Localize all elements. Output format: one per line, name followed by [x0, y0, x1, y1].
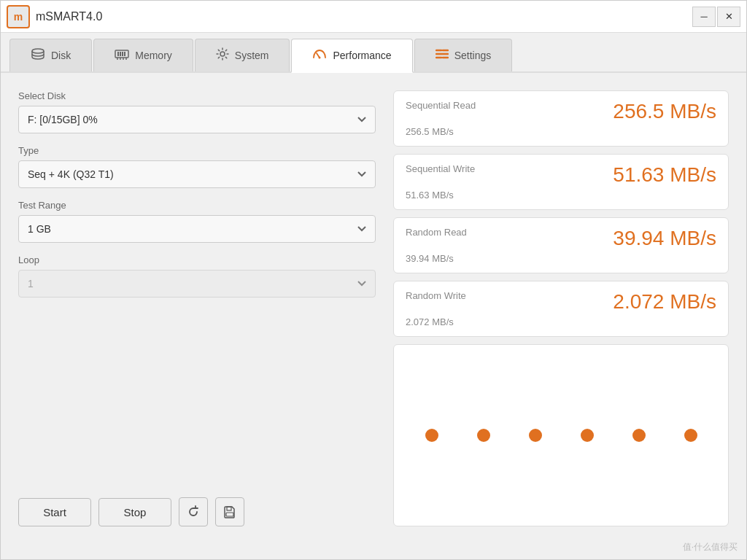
- buttons-row: Start Stop: [18, 491, 376, 526]
- random-write-label: Random Write: [406, 290, 466, 301]
- random-read-label: Random Read: [406, 227, 467, 238]
- sequential-read-value-small: 256.5 MB/s: [406, 126, 716, 137]
- sequential-read-label: Sequential Read: [406, 100, 476, 111]
- loop-dropdown[interactable]: 1: [18, 270, 376, 298]
- watermark: 值·什么值得买: [1, 538, 746, 559]
- tab-settings-label: Settings: [454, 50, 492, 61]
- settings-icon: [436, 47, 449, 63]
- svg-point-11: [319, 57, 321, 59]
- progress-dots-card: [393, 344, 729, 526]
- titlebar-left: m mSMART4.0: [7, 5, 102, 28]
- refresh-button[interactable]: [179, 497, 208, 526]
- tab-settings[interactable]: Settings: [414, 39, 513, 71]
- metric-random-write: Random Write 2.072 MB/s 2.072 MB/s: [393, 281, 729, 337]
- app-logo: m: [7, 5, 30, 28]
- tab-memory-label: Memory: [135, 50, 172, 61]
- start-button[interactable]: Start: [18, 498, 91, 526]
- svg-point-10: [220, 52, 225, 56]
- svg-rect-2: [117, 52, 119, 56]
- dot-5: [632, 429, 646, 442]
- tab-disk-label: Disk: [51, 50, 71, 61]
- metric-sequential-read: Sequential Read 256.5 MB/s 256.5 MB/s: [393, 90, 729, 147]
- tab-system[interactable]: System: [195, 39, 290, 71]
- dot-1: [425, 429, 438, 442]
- dot-3: [529, 429, 542, 442]
- metric-sequential-read-header: Sequential Read 256.5 MB/s: [406, 100, 716, 123]
- svg-rect-18: [226, 513, 233, 516]
- minimize-button[interactable]: ─: [692, 7, 716, 27]
- metric-random-read-header: Random Read 39.94 MB/s: [406, 227, 716, 250]
- app-window: m mSMART4.0 ─ ✕ Disk: [0, 0, 747, 560]
- svg-point-0: [32, 49, 44, 53]
- select-disk-dropdown[interactable]: F: [0/15GB] 0%: [18, 106, 376, 133]
- left-panel: Select Disk F: [0/15GB] 0% Type Seq + 4K…: [18, 90, 376, 526]
- sequential-write-value-large: 51.63 MB/s: [613, 163, 716, 187]
- sequential-write-label: Sequential Write: [406, 163, 475, 174]
- metric-sequential-write-header: Sequential Write 51.63 MB/s: [406, 163, 716, 187]
- svg-rect-3: [120, 52, 121, 56]
- random-write-value-large: 2.072 MB/s: [613, 290, 716, 314]
- close-button[interactable]: ✕: [717, 7, 740, 27]
- svg-rect-4: [122, 52, 123, 56]
- metric-random-write-header: Random Write 2.072 MB/s: [406, 290, 716, 314]
- random-read-value-large: 39.94 MB/s: [613, 227, 716, 250]
- right-panel: Sequential Read 256.5 MB/s 256.5 MB/s Se…: [393, 90, 729, 526]
- metric-sequential-write: Sequential Write 51.63 MB/s 51.63 MB/s: [393, 154, 729, 210]
- titlebar: m mSMART4.0 ─ ✕: [1, 1, 746, 33]
- loop-label: Loop: [18, 254, 376, 265]
- sequential-write-value-small: 51.63 MB/s: [406, 190, 716, 201]
- test-range-label: Test Range: [18, 200, 376, 211]
- save-button[interactable]: [215, 497, 244, 526]
- tab-disk[interactable]: Disk: [9, 39, 92, 71]
- app-title: mSMART4.0: [36, 10, 102, 23]
- random-read-value-small: 39.94 MB/s: [406, 253, 716, 264]
- tab-memory[interactable]: Memory: [93, 39, 193, 71]
- system-icon: [216, 47, 229, 63]
- type-dropdown[interactable]: Seq + 4K (Q32 T1): [18, 160, 376, 188]
- type-label: Type: [18, 145, 376, 156]
- select-disk-group: Select Disk F: [0/15GB] 0%: [18, 90, 376, 133]
- sequential-read-value-large: 256.5 MB/s: [613, 100, 716, 123]
- titlebar-controls: ─ ✕: [692, 7, 740, 27]
- dot-2: [477, 429, 490, 442]
- performance-icon: [312, 47, 327, 63]
- tab-system-label: System: [235, 50, 269, 61]
- test-range-dropdown[interactable]: 1 GB: [18, 215, 376, 243]
- type-group: Type Seq + 4K (Q32 T1): [18, 145, 376, 188]
- random-write-value-small: 2.072 MB/s: [406, 316, 716, 327]
- main-content: Select Disk F: [0/15GB] 0% Type Seq + 4K…: [1, 73, 746, 538]
- tab-performance-label: Performance: [333, 50, 391, 61]
- metric-random-read: Random Read 39.94 MB/s 39.94 MB/s: [393, 217, 729, 273]
- test-range-group: Test Range 1 GB: [18, 200, 376, 243]
- dot-6: [684, 429, 697, 442]
- dot-4: [581, 429, 594, 442]
- loop-group: Loop 1: [18, 254, 376, 298]
- svg-rect-5: [124, 52, 125, 56]
- tab-performance[interactable]: Performance: [291, 39, 412, 73]
- tabbar: Disk Memory: [1, 33, 746, 73]
- memory-icon: [115, 48, 129, 63]
- disk-icon: [31, 47, 45, 64]
- select-disk-label: Select Disk: [18, 90, 376, 101]
- stop-button[interactable]: Stop: [98, 498, 171, 526]
